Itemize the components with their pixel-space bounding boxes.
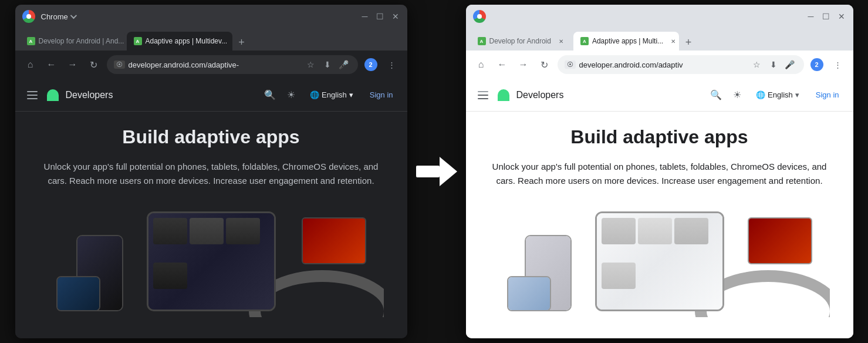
right-tabs-bar: A Develop for Android ✕ A Adaptive apps … — [466, 28, 853, 51]
minimize-button[interactable]: ─ — [360, 12, 370, 21]
close-icon-right: ✕ — [838, 12, 845, 21]
tab-favicon-r1: A — [478, 37, 486, 45]
bookmark-button-right[interactable]: ☆ — [750, 58, 764, 72]
right-title-bar: ─ ☐ ✕ — [466, 5, 853, 28]
download-button-right[interactable]: ⬇ — [766, 58, 781, 72]
device-phone-bottom-left — [56, 276, 100, 311]
left-address-bar: ⦿ developer.android.com/adaptive- ☆ ⬇ 🎤 … — [15, 51, 407, 79]
close-button-right[interactable]: ✕ — [837, 12, 846, 21]
hamburger-menu-right[interactable] — [475, 89, 491, 102]
language-button-right[interactable]: 🌐 English ▾ — [751, 88, 804, 102]
back-icon-left — [47, 59, 56, 70]
more-icon-left: ⋮ — [388, 60, 396, 69]
profile-icon-left: 2 — [364, 58, 377, 71]
tab-label-2: Adaptive apps | Multidev... — [146, 37, 228, 45]
forward-button-left[interactable] — [65, 56, 81, 73]
tab-label-1: Develop for Android | And... — [39, 37, 124, 45]
forward-icon-left — [68, 59, 77, 70]
maximize-icon: ☐ — [376, 12, 384, 21]
download-button-left[interactable]: ⬇ — [320, 58, 335, 72]
home-button-right[interactable] — [473, 56, 489, 73]
android-logo-left — [47, 89, 59, 101]
left-browser: Chrome ─ ☐ ✕ A Develop for Android | And… — [15, 5, 407, 338]
back-button-right[interactable] — [494, 56, 511, 73]
chrome-logo-left — [22, 10, 35, 23]
tab-adaptive-apps-right[interactable]: A Adaptive apps | Multi... ✕ — [573, 32, 679, 51]
back-icon-right — [498, 59, 507, 70]
page-subtitle-left: Unlock your app's full potential on phon… — [41, 160, 381, 188]
url-actions-right: ☆ ⬇ 🎤 — [750, 58, 797, 72]
right-site-nav: Developers 🔍 ☀ 🌐 English ▾ Sign in — [466, 79, 853, 112]
theme-toggle-right[interactable]: ☀ — [730, 88, 744, 102]
globe-icon-right: 🌐 — [756, 90, 765, 99]
right-address-bar: ⦿ developer.android.com/adaptiv ☆ ⬇ 🎤 2 … — [466, 51, 853, 79]
chrome-logo-right — [473, 10, 486, 23]
left-app-name: Chrome — [41, 12, 75, 21]
bookmark-button-left[interactable]: ☆ — [304, 58, 318, 72]
device-tablet-main-left — [147, 211, 276, 311]
mic-button-left[interactable]: 🎤 — [337, 58, 351, 72]
search-button-right[interactable]: 🔍 — [709, 88, 723, 102]
reload-icon-right — [541, 59, 548, 70]
url-bar-left[interactable]: ⦿ developer.android.com/adaptive- ☆ ⬇ 🎤 — [107, 55, 358, 74]
right-browser: ─ ☐ ✕ A Develop for Android ✕ A Adaptive… — [466, 5, 853, 338]
maximize-button-right[interactable]: ☐ — [822, 12, 831, 21]
reload-button-left[interactable] — [86, 56, 102, 73]
theme-toggle-left[interactable]: ☀ — [284, 88, 298, 102]
maximize-button[interactable]: ☐ — [376, 12, 385, 21]
tab-adaptive-apps-left[interactable]: A Adaptive apps | Multidev... ✕ — [127, 32, 232, 51]
sign-in-button-right[interactable]: Sign in — [811, 88, 844, 102]
add-tab-button-left[interactable]: + — [234, 34, 250, 51]
tab-close-r1[interactable]: ✕ — [557, 37, 565, 45]
profile-badge-left[interactable]: 2 — [363, 56, 379, 73]
secure-icon-left: ⦿ — [114, 60, 125, 69]
more-button-right[interactable]: ⋮ — [830, 56, 846, 73]
right-site-content: Build adaptive apps Unlock your app's fu… — [466, 112, 853, 338]
tab-close-r2[interactable]: ✕ — [669, 37, 677, 45]
chevron-down-icon — [70, 12, 77, 19]
hamburger-menu-left[interactable] — [25, 89, 40, 102]
sign-in-button-left[interactable]: Sign in — [365, 88, 398, 102]
minimize-button-right[interactable]: ─ — [806, 12, 816, 21]
home-icon-left — [28, 59, 33, 70]
url-actions-left: ☆ ⬇ 🎤 — [304, 58, 351, 72]
tab-label-r2: Adaptive apps | Multi... — [592, 37, 663, 45]
device-screen-right-left — [302, 217, 366, 264]
home-button-left[interactable] — [22, 56, 39, 73]
back-button-left[interactable] — [43, 56, 60, 73]
forward-icon-right — [519, 59, 528, 70]
site-brand-right: Developers — [516, 90, 564, 100]
lang-chevron-left: ▾ — [349, 90, 353, 99]
tab-favicon-r2: A — [580, 37, 589, 45]
reload-button-right[interactable] — [536, 56, 553, 73]
forward-button-right[interactable] — [515, 56, 532, 73]
minimize-icon-right: ─ — [808, 12, 814, 21]
search-button-left[interactable]: 🔍 — [263, 88, 277, 102]
url-bar-right[interactable]: ⦿ developer.android.com/adaptiv ☆ ⬇ 🎤 — [558, 55, 804, 74]
more-icon-right: ⋮ — [834, 60, 842, 69]
tab-develop-android-left[interactable]: A Develop for Android | And... ✕ — [20, 32, 126, 51]
more-button-left[interactable]: ⋮ — [384, 56, 400, 73]
arrow-container — [407, 157, 466, 186]
device-showcase-left — [39, 200, 384, 317]
profile-badge-right[interactable]: 2 — [809, 56, 825, 73]
page-title-left: Build adaptive apps — [122, 126, 299, 148]
left-site-content: Build adaptive apps Unlock your app's fu… — [15, 112, 407, 338]
globe-icon-left: 🌐 — [310, 90, 319, 99]
device-screen-right-right — [748, 217, 812, 264]
left-site-nav: Developers 🔍 ☀ 🌐 English ▾ Sign in — [15, 79, 407, 112]
left-title-bar: Chrome ─ ☐ ✕ — [15, 5, 407, 28]
secure-icon-right: ⦿ — [565, 60, 576, 69]
mic-button-right[interactable]: 🎤 — [783, 58, 797, 72]
device-phone-bottom-right — [507, 276, 551, 311]
tab-develop-android-right[interactable]: A Develop for Android ✕ — [471, 32, 572, 51]
add-tab-button-right[interactable]: + — [680, 34, 697, 51]
close-button-left[interactable]: ✕ — [391, 12, 400, 21]
left-tabs-bar: A Develop for Android | And... ✕ A Adapt… — [15, 28, 407, 51]
language-button-left[interactable]: 🌐 English ▾ — [305, 88, 358, 102]
arrow-body — [416, 166, 440, 177]
site-brand-left: Developers — [66, 90, 113, 100]
page-subtitle-right: Unlock your app's full potential on phon… — [489, 160, 830, 188]
url-text-right: developer.android.com/adaptiv — [579, 60, 683, 69]
tab-label-r1: Develop for Android — [489, 37, 551, 45]
